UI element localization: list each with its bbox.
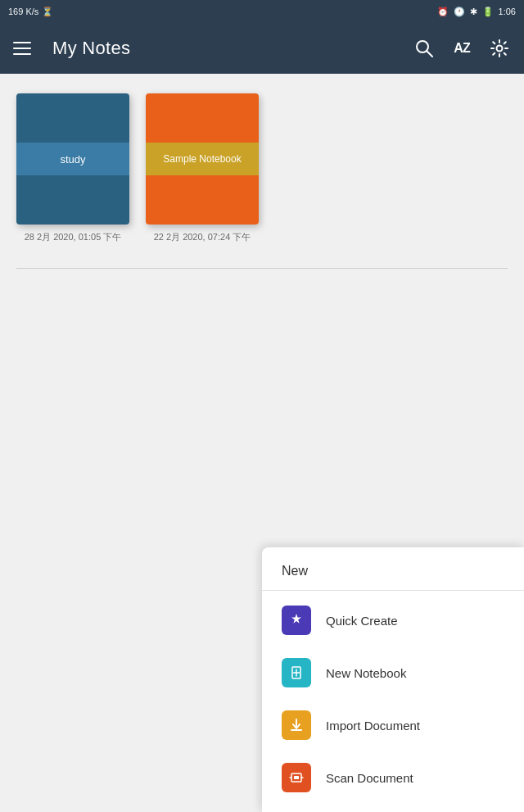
search-button[interactable]: [413, 37, 436, 60]
cover-bottom-sample: [146, 175, 259, 225]
cover-label-study: study: [16, 143, 129, 175]
status-hourglass: ⏳: [42, 7, 53, 17]
popup-menu: New Quick Create New Notebook: [262, 547, 524, 812]
scan-document-item[interactable]: Scan Document: [262, 751, 524, 804]
cover-top-study: [16, 93, 129, 143]
import-document-item[interactable]: Import Document: [262, 699, 524, 751]
app-bar: My Notes AZ: [0, 23, 524, 74]
sort-label: AZ: [454, 41, 469, 56]
status-time: 1:06: [499, 7, 516, 16]
new-notebook-label: New Notebook: [326, 666, 406, 680]
cover-top-sample: [146, 93, 259, 143]
cover-label-sample: Sample Notebook: [146, 143, 259, 175]
sort-button[interactable]: AZ: [450, 37, 473, 60]
quick-create-icon: [282, 606, 311, 635]
menu-button[interactable]: [13, 35, 39, 61]
scan-document-icon: [282, 763, 311, 792]
scan-document-label: Scan Document: [326, 771, 413, 785]
notebook-cover-sample: Sample Notebook: [146, 93, 259, 225]
status-network: 169 K/s: [8, 7, 38, 16]
menu-line-1: [13, 42, 31, 43]
notebook-card-sample[interactable]: Sample Notebook 22 2月 2020, 07:24 下午: [146, 93, 259, 243]
status-bar: 169 K/s ⏳ ⏰ 🕐 ✱ 🔋 1:06: [0, 0, 524, 23]
notebook-card-study[interactable]: study 28 2月 2020, 01:05 下午: [16, 93, 129, 243]
new-notebook-item[interactable]: New Notebook: [262, 646, 524, 699]
settings-button[interactable]: [488, 37, 511, 60]
svg-line-1: [427, 51, 432, 57]
page-title: My Notes: [52, 38, 413, 59]
notebook-date-study: 28 2月 2020, 01:05 下午: [25, 231, 122, 243]
quick-create-label: Quick Create: [326, 614, 398, 628]
status-clock-icon: 🕐: [454, 7, 465, 17]
status-alarm-icon: ⏰: [437, 7, 449, 17]
import-document-icon: [282, 710, 311, 740]
import-document-label: Import Document: [326, 719, 420, 733]
section-divider: [16, 268, 508, 269]
notebook-date-sample: 22 2月 2020, 07:24 下午: [154, 231, 251, 243]
notebook-cover-study: study: [16, 93, 129, 225]
app-bar-actions: AZ: [413, 37, 511, 60]
status-bluetooth-icon: ✱: [470, 7, 477, 17]
menu-line-2: [13, 48, 31, 49]
status-bar-left: 169 K/s ⏳: [8, 7, 53, 17]
quick-create-item[interactable]: Quick Create: [262, 594, 524, 646]
svg-rect-9: [294, 776, 299, 779]
menu-line-3: [13, 53, 31, 55]
cover-bottom-study: [16, 175, 129, 225]
popup-title: New: [262, 564, 524, 591]
svg-point-2: [497, 46, 503, 52]
status-bar-right: ⏰ 🕐 ✱ 🔋 1:06: [437, 7, 516, 17]
status-battery-icon: 🔋: [482, 7, 494, 17]
new-notebook-icon: [282, 658, 311, 687]
notebook-grid: study 28 2月 2020, 01:05 下午 Sample Notebo…: [16, 93, 508, 243]
